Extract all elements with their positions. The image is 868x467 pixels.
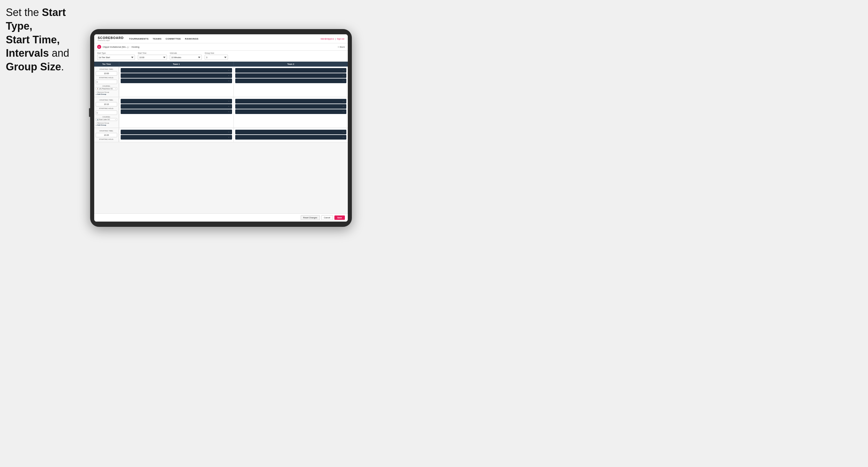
player-arrow-icon[interactable]: › [230, 131, 231, 133]
reset-changes-button[interactable]: Reset Changes [301, 215, 320, 220]
course-name-2: East Lake GC [99, 119, 114, 120]
starting-hole-select-1[interactable]: 1 10 [96, 80, 117, 84]
player-remove-icon[interactable]: × [228, 131, 229, 133]
player-row: × › [121, 99, 232, 103]
player-remove-icon[interactable]: × [228, 100, 229, 102]
add-group-btn-1[interactable]: + Add Group [96, 93, 117, 95]
teams-col-2: × › × › × › [119, 97, 348, 128]
player-input[interactable] [237, 69, 342, 71]
group-block: STARTING TIME: STARTING HOLE: 1 10 COURS… [94, 97, 348, 128]
breadcrumb-separator: › [129, 45, 130, 48]
player-input[interactable] [122, 80, 227, 82]
player-row: × › [121, 135, 232, 139]
player-row: × › [121, 79, 232, 83]
player-input[interactable] [237, 100, 342, 102]
player-remove-icon[interactable]: × [228, 75, 229, 76]
player-input[interactable] [237, 111, 342, 113]
player-arrow-icon[interactable]: › [230, 105, 231, 107]
nav-tournaments[interactable]: TOURNAMENTS [129, 37, 149, 41]
player-arrow-icon[interactable]: › [230, 75, 231, 76]
starting-time-input-1[interactable] [96, 71, 117, 75]
course-remove-1[interactable]: × [115, 88, 116, 90]
player-input[interactable] [122, 100, 227, 102]
course-remove-2[interactable]: × [115, 119, 116, 120]
player-input[interactable] [122, 105, 227, 107]
player-arrow-icon[interactable]: › [345, 69, 345, 71]
starting-time-label-2: STARTING TIME: [96, 99, 117, 101]
breadcrumb-tournament[interactable]: Clippd Invitational (Mo...) [103, 45, 128, 48]
group-actions-1: ○ Remove Group + Add Group [96, 91, 117, 95]
player-arrow-icon[interactable]: › [230, 100, 231, 102]
instruction-bold2: Start Time, [6, 34, 60, 45]
starting-hole-label-1: STARTING HOLE: [96, 77, 117, 79]
player-remove-icon[interactable]: × [228, 105, 229, 107]
starting-time-input-3[interactable] [96, 133, 117, 137]
player-row: × › [235, 135, 347, 139]
player-arrow-icon[interactable]: › [345, 80, 345, 82]
add-label-2: + Add Group [96, 124, 106, 126]
player-input[interactable] [122, 136, 227, 138]
player-arrow-icon[interactable]: › [345, 105, 345, 107]
player-row: × › [235, 109, 347, 114]
player-remove-icon[interactable]: × [343, 136, 344, 138]
player-input[interactable] [237, 136, 342, 138]
player-remove-icon[interactable]: × [228, 111, 229, 113]
group-size-select[interactable]: 3 2 4 [205, 55, 228, 60]
starting-hole-label-3: STARTING HOLE: [96, 138, 117, 140]
player-arrow-icon[interactable]: › [345, 100, 345, 102]
player-input[interactable] [122, 131, 227, 133]
player-arrow-icon[interactable]: › [230, 80, 231, 82]
nav-committee[interactable]: COMMITTEE [166, 37, 181, 41]
start-time-select[interactable]: 10:00 [138, 55, 167, 60]
remove-group-btn-1[interactable]: ○ Remove Group [96, 91, 117, 93]
player-remove-icon[interactable]: × [228, 136, 229, 138]
player-input[interactable] [237, 75, 342, 77]
player-arrow-icon[interactable]: › [230, 69, 231, 71]
player-remove-icon[interactable]: × [228, 69, 229, 71]
player-remove-icon[interactable]: × [343, 100, 344, 102]
nav-rankings[interactable]: RANKINGS [185, 37, 198, 41]
main-content[interactable]: STARTING TIME: STARTING HOLE: 1 10 COURS… [94, 67, 348, 213]
remove-group-btn-2[interactable]: ○ Remove Group [96, 122, 117, 124]
player-input[interactable] [122, 111, 227, 113]
player-input[interactable] [237, 131, 342, 133]
course-value-1: 🏌 (A) Peachtree GC × [96, 87, 117, 90]
cancel-button[interactable]: Cancel [321, 215, 333, 220]
player-arrow-icon[interactable]: › [345, 131, 345, 133]
player-input[interactable] [122, 69, 227, 71]
player-arrow-icon[interactable]: › [230, 136, 231, 138]
player-input[interactable] [237, 105, 342, 107]
add-group-btn-2[interactable]: + Add Group [96, 124, 117, 126]
sign-out-link[interactable]: Sign out [337, 38, 344, 40]
player-input[interactable] [237, 80, 342, 82]
starting-hole-select-2[interactable]: 1 10 [96, 111, 117, 115]
player-remove-icon[interactable]: × [343, 75, 344, 76]
team1-col-1: × › × › × › [119, 67, 234, 97]
player-remove-icon[interactable]: × [343, 105, 344, 107]
player-remove-icon[interactable]: × [343, 80, 344, 82]
nav-teams[interactable]: TEAMS [153, 37, 162, 41]
logo-sub: Powered by clippd [98, 39, 124, 41]
player-arrow-icon[interactable]: › [230, 111, 231, 113]
player-row: × › [121, 104, 232, 109]
player-row: × › [121, 109, 232, 114]
clippd-logo-icon: C [97, 45, 101, 49]
starting-time-label-1: STARTING TIME: [96, 68, 117, 70]
start-type-select[interactable]: 1st Tee Start Shotgun Start [97, 55, 135, 60]
player-input[interactable] [122, 75, 227, 77]
player-row: × › [235, 73, 347, 78]
player-remove-icon[interactable]: × [343, 131, 344, 133]
player-arrow-icon[interactable]: › [345, 136, 345, 138]
player-arrow-icon[interactable]: › [345, 75, 345, 76]
player-arrow-icon[interactable]: › [345, 111, 345, 113]
starting-time-input-2[interactable] [96, 102, 117, 106]
team2-col-1: × › × › × › [234, 67, 348, 97]
player-remove-icon[interactable]: × [228, 80, 229, 82]
player-remove-icon[interactable]: × [343, 111, 344, 113]
save-button[interactable]: Save [334, 215, 345, 220]
intervals-select[interactable]: 10 Minutes 5 Minutes 15 Minutes [170, 55, 202, 60]
player-remove-icon[interactable]: × [343, 69, 344, 71]
teams-col-3: × › × › × › [119, 128, 348, 142]
back-button[interactable]: < Back [338, 45, 345, 48]
settings-row: Start Type 1st Tee Start Shotgun Start S… [94, 51, 348, 62]
